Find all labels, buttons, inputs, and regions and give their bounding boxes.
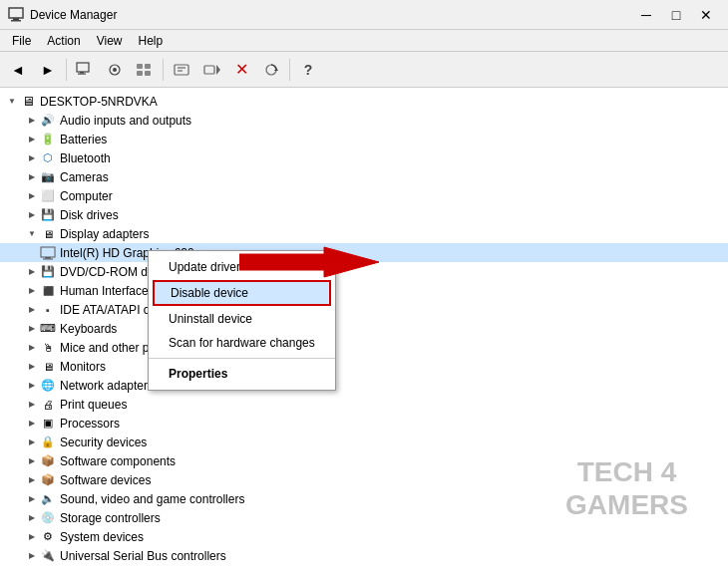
- svg-rect-21: [43, 258, 53, 259]
- displayadapters-label: Display adapters: [60, 227, 149, 241]
- svg-rect-0: [9, 8, 23, 18]
- tree-item-ideata[interactable]: IDE ATA/ATAPI controllers: [0, 300, 728, 319]
- batteries-expand-icon[interactable]: [24, 132, 40, 147]
- hid-expand-icon[interactable]: [24, 283, 40, 299]
- cameras-expand-icon[interactable]: [24, 169, 40, 185]
- softcomp-expand-icon[interactable]: [24, 453, 40, 469]
- storage-icon: [40, 510, 56, 526]
- ideata-expand-icon[interactable]: [24, 302, 40, 318]
- bluetooth-label: Bluetooth: [60, 151, 111, 165]
- svg-marker-16: [216, 65, 220, 75]
- sound-icon: [40, 491, 56, 507]
- ctx-uninstall-device[interactable]: Uninstall device: [149, 307, 335, 331]
- computer-tree-icon: [40, 188, 56, 204]
- back-button[interactable]: ◄: [4, 56, 32, 84]
- tree-item-bluetooth[interactable]: Bluetooth: [0, 148, 728, 167]
- audio-expand-icon[interactable]: [24, 113, 40, 129]
- system-label: System devices: [60, 530, 144, 544]
- menu-action[interactable]: Action: [39, 32, 88, 50]
- computer-expand-icon[interactable]: [24, 188, 40, 204]
- dvdrom-expand-icon[interactable]: [24, 264, 40, 280]
- svg-rect-15: [204, 66, 214, 74]
- usb-expand-icon[interactable]: [24, 548, 40, 564]
- ctx-update-driver[interactable]: Update driver: [149, 255, 335, 279]
- root-label: DESKTOP-5NRDVKA: [40, 95, 158, 109]
- tree-item-batteries[interactable]: Batteries: [0, 130, 728, 148]
- security-expand-icon[interactable]: [24, 435, 40, 450]
- svg-rect-3: [77, 63, 89, 72]
- disk-icon: [40, 207, 56, 223]
- svg-rect-11: [145, 71, 151, 76]
- tree-item-network[interactable]: Network adapters: [0, 376, 728, 395]
- tree-item-mice[interactable]: Mice and other pointing devices: [0, 338, 728, 357]
- tree-item-printqueues[interactable]: Print queues: [0, 395, 728, 414]
- print-expand-icon[interactable]: [24, 397, 40, 413]
- keyboard-icon: [40, 321, 56, 337]
- security-label: Security devices: [60, 436, 147, 449]
- keyboards-expand-icon[interactable]: [24, 321, 40, 337]
- tree-item-security[interactable]: Security devices: [0, 433, 728, 451]
- tree-root[interactable]: DESKTOP-5NRDVKA: [0, 92, 728, 111]
- uninstall-btn[interactable]: ✕: [227, 56, 255, 84]
- usb-label: Universal Serial Bus controllers: [60, 549, 226, 563]
- tree-item-processors[interactable]: Processors: [0, 414, 728, 433]
- audio-icon: [40, 113, 56, 129]
- svg-rect-8: [137, 64, 143, 69]
- display-expand-icon[interactable]: [24, 226, 40, 242]
- softwarecomponents-label: Software components: [60, 454, 176, 468]
- bluetooth-expand-icon[interactable]: [24, 150, 40, 166]
- network-expand-icon[interactable]: [24, 378, 40, 394]
- keyboards-label: Keyboards: [60, 322, 117, 336]
- tree-item-humaninterface[interactable]: Human Interface Devices: [0, 281, 728, 300]
- minimize-button[interactable]: ─: [632, 1, 660, 29]
- diskdrives-expand-icon[interactable]: [24, 207, 40, 223]
- close-button[interactable]: ✕: [692, 1, 720, 29]
- tree-item-displayadapters[interactable]: Display adapters: [0, 224, 728, 243]
- device-manager-icon-btn[interactable]: [71, 56, 99, 84]
- processors-expand-icon[interactable]: [24, 416, 40, 432]
- svg-rect-2: [11, 20, 21, 22]
- security-icon: [40, 435, 56, 450]
- scan-changes-btn[interactable]: [257, 56, 285, 84]
- svg-rect-1: [13, 18, 19, 20]
- tree-item-keyboards[interactable]: Keyboards: [0, 319, 728, 338]
- ctx-disable-device[interactable]: Disable device: [153, 280, 331, 306]
- ctx-scan-hardware[interactable]: Scan for hardware changes: [149, 331, 335, 355]
- monitors-expand-icon[interactable]: [24, 359, 40, 375]
- ideata-icon: [40, 302, 56, 318]
- tree-item-cameras[interactable]: Cameras: [0, 167, 728, 186]
- mice-icon: [40, 340, 56, 356]
- root-expand-icon[interactable]: [4, 94, 20, 110]
- storage-expand-icon[interactable]: [24, 510, 40, 526]
- forward-button[interactable]: ►: [34, 56, 62, 84]
- tree-item-computer[interactable]: Computer: [0, 186, 728, 205]
- tree-item-system[interactable]: System devices: [0, 527, 728, 546]
- tree-item-dvdrom[interactable]: DVD/CD-ROM drives: [0, 262, 728, 281]
- menu-help[interactable]: Help: [131, 32, 172, 50]
- svg-rect-9: [145, 64, 151, 69]
- help-btn[interactable]: ?: [294, 56, 322, 84]
- show-hidden-btn[interactable]: [101, 56, 129, 84]
- sound-label: Sound, video and game controllers: [60, 492, 244, 506]
- properties-btn[interactable]: [168, 56, 195, 84]
- cameras-label: Cameras: [60, 170, 109, 184]
- softdev-expand-icon[interactable]: [24, 472, 40, 488]
- sound-expand-icon[interactable]: [24, 491, 40, 507]
- hid-icon: [40, 283, 56, 299]
- system-expand-icon[interactable]: [24, 529, 40, 545]
- app-icon: [8, 7, 24, 23]
- menu-file[interactable]: File: [4, 32, 39, 50]
- intel-graphics-icon: [40, 245, 56, 261]
- maximize-button[interactable]: □: [662, 1, 690, 29]
- display-by-type-btn[interactable]: [131, 56, 159, 84]
- ctx-properties[interactable]: Properties: [149, 362, 335, 386]
- battery-icon: [40, 132, 56, 147]
- tree-item-diskdrives[interactable]: Disk drives: [0, 205, 728, 224]
- tree-item-audio[interactable]: Audio inputs and outputs: [0, 111, 728, 130]
- tree-item-usb[interactable]: Universal Serial Bus controllers: [0, 546, 728, 565]
- menu-view[interactable]: View: [89, 32, 131, 50]
- update-driver-btn[interactable]: [197, 56, 225, 84]
- tree-item-intel-graphics[interactable]: Intel(R) HD Graphics 620: [0, 243, 728, 262]
- tree-item-monitors[interactable]: Monitors: [0, 357, 728, 376]
- mice-expand-icon[interactable]: [24, 340, 40, 356]
